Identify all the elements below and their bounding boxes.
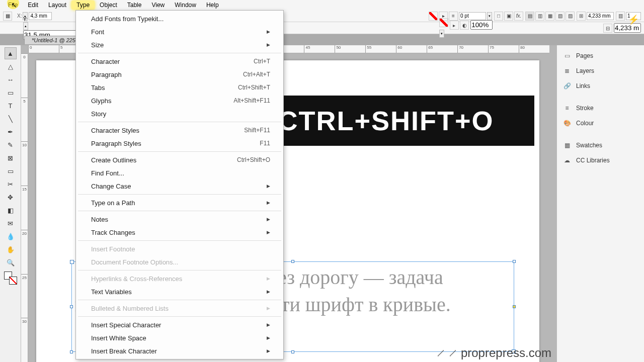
submenu-arrow-icon: ▶ [267, 306, 270, 311]
text-wrap-none-icon[interactable]: ▤ [525, 12, 534, 21]
panel-links[interactable]: 🔗Links [557, 78, 644, 94]
opacity-input[interactable] [470, 20, 493, 30]
x-label: X: [17, 13, 22, 19]
tool-free-transform[interactable]: ✥ [5, 191, 17, 203]
tool-type[interactable]: T [5, 100, 17, 112]
tool-line[interactable]: ╲ [5, 113, 17, 125]
panel-cc-libraries[interactable]: ☁CC Libraries [557, 153, 644, 168]
opacity-icon[interactable]: ◐ [460, 21, 469, 30]
menu-help[interactable]: Help [201, 1, 224, 10]
menu-item-track-changes[interactable]: Track Changes▶ [76, 226, 283, 239]
panel-pages[interactable]: ▭Pages [557, 48, 644, 63]
menu-window[interactable]: Window [170, 1, 201, 10]
menu-item-label: Glyphs [91, 97, 111, 105]
tool-gap[interactable]: ↔ [5, 73, 17, 85]
panel-label: Colour [576, 120, 594, 127]
right-panel-dock: ▭Pages≣Layers🔗Links≡Stroke🎨Colour▦Swatch… [556, 45, 644, 362]
menu-item-text-variables[interactable]: Text Variables▶ [76, 285, 283, 298]
menu-item-label: Font [91, 28, 104, 36]
text-wrap-shape-icon[interactable]: ▦ [545, 12, 554, 21]
tool-rect[interactable]: ▭ [5, 165, 17, 177]
tool-pencil[interactable]: ✎ [5, 139, 17, 151]
unit-h-input[interactable] [587, 12, 614, 20]
reference-point-icon[interactable]: ▦ [3, 12, 12, 21]
tool-gradient-swatch[interactable]: ◧ [5, 204, 17, 216]
y-label: Y: [23, 17, 28, 22]
menu-item-label: Character Styles [91, 127, 139, 134]
links-icon: 🔗 [563, 82, 571, 90]
tool-hand[interactable]: ✋ [5, 243, 17, 255]
menu-shortcut: Ctrl+Shift+T [238, 84, 270, 91]
menu-item-size[interactable]: Size▶ [76, 38, 283, 51]
cols-icon[interactable]: ▥ [616, 12, 625, 21]
menu-item-paragraph[interactable]: ParagraphCtrl+Alt+T [76, 68, 283, 81]
menu-object[interactable]: Object [95, 1, 122, 10]
tool-rect-frame[interactable]: ⊠ [5, 152, 17, 164]
menu-item-insert-white-space[interactable]: Insert White Space▶ [76, 331, 283, 344]
menu-item-type-on-a-path[interactable]: Type on a Path▶ [76, 196, 283, 209]
tool-pen[interactable]: ✒ [5, 126, 17, 138]
menu-item-label: Paragraph [91, 71, 122, 78]
stroke-slash-icon[interactable] [429, 12, 438, 21]
dropdown-icon[interactable]: ▾ [439, 30, 444, 38]
text-wrap-bound-icon[interactable]: ▥ [535, 12, 544, 21]
panel-layers[interactable]: ≣Layers [557, 63, 644, 78]
menu-table[interactable]: Table [122, 1, 147, 10]
menu-type[interactable]: Type [71, 1, 95, 10]
menu-item-label: Add Fonts from Typekit... [91, 15, 164, 23]
menu-item-font[interactable]: Font▶ [76, 25, 283, 38]
panel-colour[interactable]: 🎨Colour [557, 116, 644, 131]
tool-eyedrop[interactable]: 💧 [5, 230, 17, 242]
nudge-icon[interactable]: ▴ [23, 22, 28, 30]
fx-drop-icon[interactable]: ▣ [504, 12, 513, 21]
panel-label: Pages [576, 52, 593, 59]
panel-swatches[interactable]: ▦Swatches [557, 138, 644, 153]
menu-item-story[interactable]: Story [76, 107, 283, 120]
panel-label: Links [576, 82, 590, 89]
unit-h-icon[interactable]: ⊞ [577, 12, 586, 21]
menu-item-add-fonts-from-typekit[interactable]: Add Fonts from Typekit... [76, 12, 283, 25]
text-wrap-jump-icon[interactable]: ▧ [555, 12, 565, 21]
tool-page[interactable]: ▭ [5, 86, 17, 99]
menu-item-change-case[interactable]: Change Case▶ [76, 179, 283, 193]
menu-shortcut: F11 [260, 140, 270, 147]
tool-select[interactable]: ▲ [5, 47, 17, 59]
menu-item-label: Track Changes [91, 229, 135, 236]
menu-item-label: Text Variables [91, 288, 132, 296]
menu-item-label: Size [91, 41, 104, 49]
menu-item-label: Character [91, 58, 120, 65]
fill-arrow-icon[interactable]: ▸ [450, 21, 459, 30]
fill-slash-icon[interactable] [439, 18, 448, 27]
menu-item-character[interactable]: CharacterCtrl+T [76, 55, 283, 68]
fx-none-icon[interactable]: □ [494, 12, 503, 21]
fx-button-icon[interactable]: fx. [514, 12, 523, 21]
tool-direct[interactable]: △ [5, 60, 17, 72]
menu-item-label: Tabs [91, 84, 105, 92]
menu-item-insert-special-character[interactable]: Insert Special Character▶ [76, 318, 283, 331]
tool-scissors[interactable]: ✂ [5, 178, 17, 190]
menu-item-label: Notes [91, 216, 108, 223]
menu-item-character-styles[interactable]: Character StylesShift+F11 [76, 124, 283, 137]
menu-item-glyphs[interactable]: GlyphsAlt+Shift+F11 [76, 94, 283, 107]
panel-stroke[interactable]: ≡Stroke [557, 101, 644, 116]
menu-item-insert-break-character[interactable]: Insert Break Character▶ [76, 344, 283, 357]
menu-layout[interactable]: Layout [43, 1, 71, 10]
menu-item-tabs[interactable]: TabsCtrl+Shift+T [76, 81, 283, 94]
quick-apply-icon[interactable]: ⚡ [628, 14, 639, 25]
submenu-arrow-icon: ▶ [267, 322, 270, 327]
tool-zoom[interactable]: 🔍 [5, 256, 17, 268]
text-wrap-col-icon[interactable]: ▨ [566, 12, 575, 21]
unit-v-icon[interactable]: ⊟ [603, 24, 612, 33]
submenu-arrow-icon: ▶ [267, 29, 270, 34]
tool-note[interactable]: ✉ [5, 217, 17, 229]
menu-view[interactable]: View [146, 1, 170, 10]
menu-file[interactable]: File [3, 1, 23, 10]
menu-item-find-font[interactable]: Find Font... [76, 166, 283, 179]
menu-item-paragraph-styles[interactable]: Paragraph StylesF11 [76, 137, 283, 150]
submenu-arrow-icon: ▶ [267, 230, 270, 235]
menu-item-notes[interactable]: Notes▶ [76, 213, 283, 226]
menu-edit[interactable]: Edit [23, 1, 43, 10]
menu-item-create-outlines[interactable]: Create OutlinesCtrl+Shift+O [76, 153, 283, 166]
fill-stroke-swatch[interactable] [4, 272, 17, 285]
submenu-arrow-icon: ▶ [267, 184, 270, 189]
